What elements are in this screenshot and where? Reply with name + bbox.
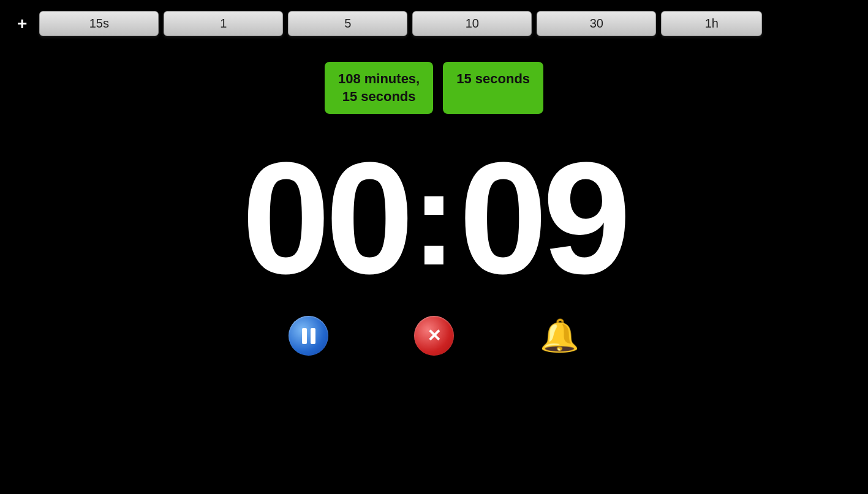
preset-10-button[interactable]: 10	[412, 11, 532, 36]
preset-15s-button[interactable]: 15s	[39, 11, 159, 36]
stop-button[interactable]: ✕	[414, 316, 454, 356]
pause-button[interactable]	[289, 316, 328, 356]
preset-1h-button[interactable]: 1h	[661, 11, 762, 36]
top-bar: + 15s 1 5 10 30 1h	[0, 0, 868, 43]
controls: ✕ 🔔	[0, 316, 868, 356]
long-tag[interactable]: 108 minutes, 15 seconds	[325, 62, 433, 114]
timer-seconds: 09	[459, 138, 626, 298]
timer-colon: :	[412, 151, 456, 285]
timer-display: 00 : 09	[0, 138, 868, 298]
pause-icon	[302, 328, 315, 344]
add-button[interactable]: +	[12, 15, 32, 32]
short-tag[interactable]: 15 seconds	[443, 62, 543, 114]
preset-buttons: 15s 1 5 10 30 1h	[39, 11, 762, 36]
bell-button[interactable]: 🔔	[540, 316, 579, 356]
stop-icon: ✕	[427, 326, 441, 346]
pause-bar-left	[302, 328, 307, 344]
tag-area: 108 minutes, 15 seconds 15 seconds	[0, 62, 868, 114]
preset-5-button[interactable]: 5	[288, 11, 407, 36]
pause-bar-right	[311, 328, 315, 344]
preset-30-button[interactable]: 30	[537, 11, 656, 36]
timer-minutes: 00	[242, 138, 409, 298]
bell-icon: 🔔	[540, 318, 579, 353]
preset-1-button[interactable]: 1	[164, 11, 283, 36]
